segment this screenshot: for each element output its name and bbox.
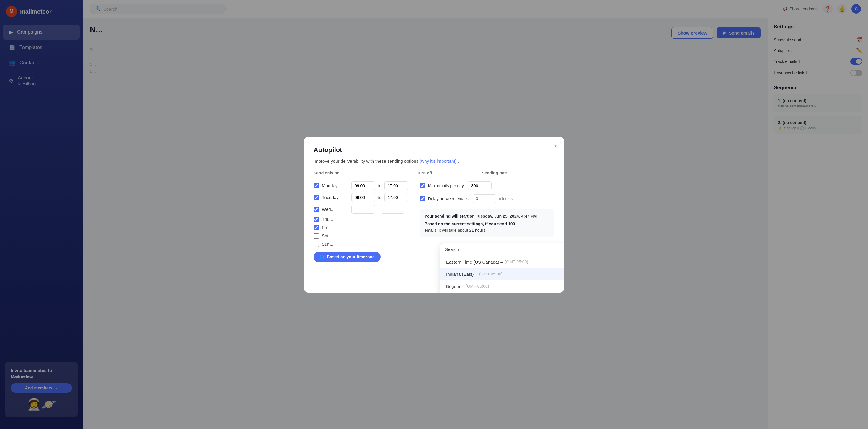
tuesday-time-from[interactable]: [351, 193, 375, 202]
monday-checkbox[interactable]: [314, 183, 319, 188]
modal-desc-text: Improve your deliverability with these s…: [314, 158, 418, 163]
max-emails-checkbox[interactable]: [420, 183, 425, 188]
days-section: Monday to Tuesday to: [314, 181, 408, 262]
hours-link: 21 hours: [469, 228, 485, 233]
wednesday-time-to[interactable]: [381, 205, 404, 214]
friday-label: Fri...: [322, 225, 348, 230]
tuesday-time-to[interactable]: [384, 193, 408, 202]
timezone-dropdown: Eastern Time (US Canada) – (GMT-05:00) I…: [440, 243, 564, 293]
timezone-search-input[interactable]: [445, 247, 564, 252]
timezone-search-container: [440, 243, 564, 256]
sunday-label: Sun...: [322, 242, 348, 247]
max-emails-row: Max emails per day:: [420, 181, 554, 190]
day-row-thursday: Thu...: [314, 217, 408, 222]
modal-why-link[interactable]: (why it's important): [420, 158, 457, 163]
max-emails-label: Max emails per day:: [428, 183, 465, 188]
timezone-button[interactable]: 🌐 Based on your timezone: [314, 251, 380, 262]
main-content: 🔍 Search 📢 Share feedback ❓ 🔔 C N... Sho…: [83, 0, 868, 429]
max-emails-input[interactable]: [468, 181, 492, 190]
wednesday-label: Wed...: [322, 207, 348, 212]
autopilot-modal: × Autopilot Improve your deliverability …: [304, 137, 564, 293]
send-only-header: Send only on: [314, 171, 414, 179]
thursday-checkbox[interactable]: [314, 217, 319, 222]
monday-time-to[interactable]: [384, 181, 408, 190]
tz-option-lima[interactable]: Lima – (GMT-05:00): [440, 292, 564, 293]
thursday-label: Thu...: [322, 217, 348, 222]
day-row-sunday: Sun...: [314, 242, 408, 247]
summary-estimate: Based on the current settings, if you se…: [425, 221, 550, 226]
tz-option-bogota[interactable]: Bogota – (GMT-05:00): [440, 280, 564, 292]
sending-rate-header: Sending rate: [482, 171, 554, 179]
modal-period: .: [458, 158, 459, 163]
delay-checkbox[interactable]: [420, 196, 425, 202]
delay-unit: minutes: [499, 196, 513, 201]
friday-checkbox[interactable]: [314, 225, 319, 230]
saturday-checkbox[interactable]: [314, 233, 319, 239]
saturday-label: Sat...: [322, 233, 348, 238]
tz-offset-bogota: (GMT-05:00): [466, 284, 489, 288]
tuesday-label: Tuesday: [322, 195, 348, 200]
wednesday-time-from[interactable]: [351, 205, 375, 214]
tz-option-eastern[interactable]: Eastern Time (US Canada) – (GMT-05:00): [440, 256, 564, 268]
summary-start-date: Tuesday, Jun 25, 2024, 4:47 PM: [476, 214, 537, 218]
modal-title: Autopilot: [314, 146, 554, 154]
globe-icon: 🌐: [319, 254, 324, 259]
modal-description: Improve your deliverability with these s…: [314, 158, 554, 163]
delay-row: Delay between emails: minutes: [420, 194, 554, 203]
tz-offset-indiana: (GMT-05:00): [479, 272, 502, 276]
monday-label: Monday: [322, 183, 348, 188]
tuesday-checkbox[interactable]: [314, 195, 319, 200]
tz-name-eastern: Eastern Time (US Canada) –: [446, 259, 503, 265]
sunday-checkbox[interactable]: [314, 242, 319, 247]
summary-box: Your sending will start on Tuesday, Jun …: [420, 209, 554, 237]
wednesday-checkbox[interactable]: [314, 207, 319, 212]
tz-name-bogota: Bogota –: [446, 284, 464, 289]
delay-input[interactable]: [473, 194, 496, 203]
day-row-monday: Monday to: [314, 181, 408, 190]
day-row-tuesday: Tuesday to: [314, 193, 408, 202]
monday-time-from[interactable]: [351, 181, 375, 190]
tz-option-indiana[interactable]: Indiana (East) – (GMT-05:00): [440, 268, 564, 280]
day-row-wednesday: Wed...: [314, 205, 408, 214]
modal-overlay: × Autopilot Improve your deliverability …: [83, 0, 868, 429]
tuesday-to: to: [378, 195, 381, 200]
monday-to: to: [378, 183, 381, 188]
day-row-saturday: Sat...: [314, 233, 408, 239]
timezone-label: Based on your timezone: [327, 254, 375, 259]
delay-label: Delay between emails:: [428, 196, 470, 201]
tz-offset-eastern: (GMT-05:00): [505, 259, 528, 264]
summary-start: Your sending will start on Tuesday, Jun …: [425, 214, 550, 218]
tz-name-indiana: Indiana (East) –: [446, 272, 477, 277]
modal-close-button[interactable]: ×: [554, 143, 558, 149]
turn-off-header: Turn off: [417, 171, 470, 179]
day-row-friday: Fri...: [314, 225, 408, 230]
summary-hours: emails, it will take about 21 hours.: [425, 228, 550, 233]
